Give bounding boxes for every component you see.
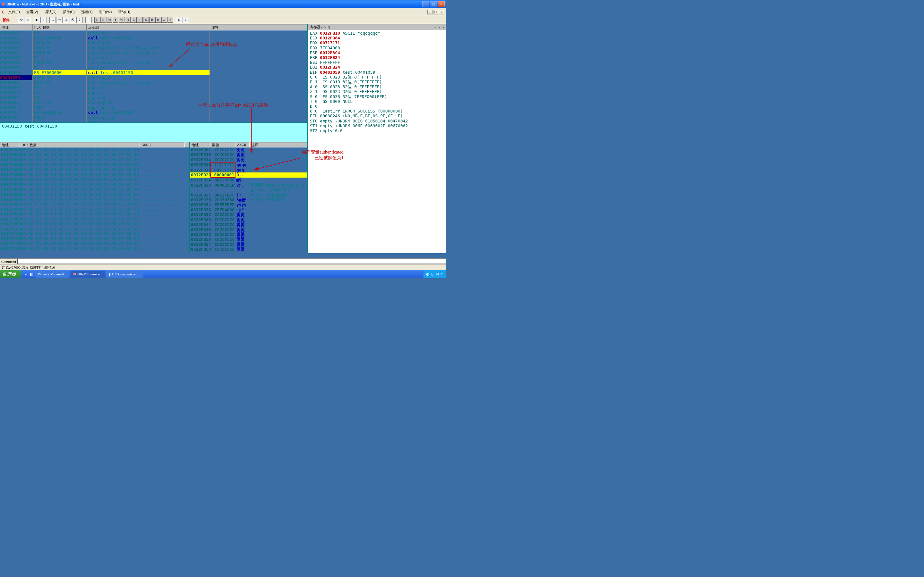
dump-pane[interactable]: 地址 HEX 数据 ASCII 0042700000 00 00 00 00 0… [0, 142, 190, 253]
menu-file[interactable]: 文件(F) [6, 9, 23, 15]
disasm-instruction[interactable]: add esp,8 [87, 40, 210, 45]
toolbar-letter-K[interactable]: K [143, 17, 149, 23]
disasm-hex[interactable]: 52 [33, 65, 86, 71]
toolbar-letter-/[interactable]: / [137, 17, 143, 23]
disasm-header-comment[interactable]: 注释 [210, 24, 307, 31]
disasm-hex[interactable]: 51 [33, 55, 86, 61]
disasm-hex[interactable]: 8B4D 08 [33, 50, 86, 55]
toolbar-letter-T[interactable]: T [113, 17, 118, 23]
dump-row[interactable]: 0042714000 00 00 00 00 00 00 00 00 00 00… [0, 246, 189, 251]
disasm-hex[interactable]: 5F [33, 85, 86, 90]
menu-help[interactable]: 帮助(H) [115, 9, 132, 15]
toolbar-letter-B[interactable]: B [149, 17, 155, 23]
disasm-addr[interactable]: 00401040 [0, 31, 32, 35]
dump-header-address[interactable]: 地址 [0, 142, 20, 147]
disasm-instruction[interactable]: call test.004012D0 [87, 110, 210, 115]
disasm-instruction[interactable]: mov esp,ebp [87, 115, 210, 120]
toolbar-tillret-button[interactable]: ⤴ [76, 17, 83, 23]
mdi-close-button[interactable]: × [439, 10, 444, 15]
disasm-addr[interactable]: 00401059 [0, 75, 32, 81]
register-line[interactable]: EBX 7FFD4000 [310, 45, 444, 50]
menu-window[interactable]: 窗口(W) [97, 9, 115, 15]
register-line[interactable]: T 0 GS 0000 NULL [310, 99, 444, 104]
register-line[interactable]: ST2 empty 0.0 [310, 128, 444, 133]
stack-row[interactable]: 0012FB40CCCCCCCC烫烫 [190, 218, 307, 222]
stack-header-address[interactable]: 地址 [190, 142, 210, 147]
stack-row[interactable]: 0012FB58CCCCCCCC烫烫 [190, 247, 307, 251]
register-line[interactable]: ECX 0012FB84 [310, 35, 444, 40]
stack-pane[interactable]: 地址 数值 ASCII 注释 0012FB0CCCCCCCCC烫烫0012FB1… [190, 142, 307, 253]
dump-row[interactable]: 0042706000 00 00 00 00 00 00 00 00 00 00… [0, 177, 189, 182]
menu-debug[interactable]: 调试(D) [42, 9, 59, 15]
taskbar-item-word[interactable]: Wtest - Microsoft... [35, 271, 69, 277]
stack-row[interactable]: 0012FB48CCCCCCCC烫烫 [190, 227, 307, 232]
disasm-hex[interactable]: 5B [33, 95, 86, 100]
disasm-instruction[interactable]: pop ebp [87, 120, 210, 122]
register-line[interactable]: A 0 SS 0023 32位 0(FFFFFFFF) [310, 84, 444, 89]
dump-row[interactable]: 0042704000 00 00 00 00 00 00 00 00 00 00… [0, 167, 189, 172]
toolbar-letter-M[interactable]: M [107, 17, 112, 23]
toolbar-stepover-button[interactable]: ↷ [56, 17, 63, 23]
dump-row[interactable]: 0042711000 00 00 00 00 00 00 00 00 00 00… [0, 231, 189, 236]
disasm-addr[interactable]: 0040105C [0, 80, 32, 85]
register-line[interactable]: EIP 00401059 test.00401059 [310, 70, 444, 75]
register-line[interactable]: ESI FFFFFFFF [310, 60, 444, 65]
toolbar-restart-button[interactable]: ⟲ [18, 17, 24, 23]
toolbar-help-button[interactable]: ? [183, 17, 189, 23]
disasm-instruction[interactable]: push ecx [87, 55, 210, 61]
maximize-button[interactable]: □ [430, 1, 437, 7]
toolbar-letter-R[interactable]: R [155, 17, 161, 23]
dump-row[interactable]: 004270C000 00 00 00 00 00 00 00 00 00 00… [0, 207, 189, 211]
disasm-instruction[interactable]: push eax [87, 31, 210, 35]
stack-row[interactable]: 0012FB34FFFFFFFFÿÿÿÿ [190, 202, 307, 207]
disasm-addr[interactable]: 00401050 [0, 60, 32, 65]
disasm-header-disassembly[interactable]: 反汇编 [87, 24, 210, 31]
disasm-hex[interactable]: 83C4 08 [33, 75, 86, 81]
register-line[interactable]: C 0 ES 0023 32位 0(FFFFFFFF) [310, 75, 444, 79]
disasm-addr[interactable]: 0040105F [0, 85, 32, 90]
dump-row[interactable]: 004270E000 00 00 00 00 00 00 00 00 00 00… [0, 217, 189, 221]
stack-row[interactable]: 0012FB240012FF80■ÿ. [190, 177, 307, 182]
disasm-instruction[interactable]: pop esi [87, 90, 210, 95]
menu-plugins[interactable]: 插件(P) [60, 9, 78, 15]
dump-row[interactable]: 0042702000 00 00 00 00 00 00 00 00 00 00… [0, 157, 189, 162]
toolbar-letter-S[interactable]: S [168, 17, 173, 23]
disasm-instruction[interactable]: cmp ebp,esp [87, 105, 210, 110]
dump-row[interactable]: 0042713000 00 00 00 00 00 00 00 00 00 00… [0, 242, 189, 246]
disasm-hex[interactable]: E8 FA010000 [33, 35, 86, 41]
register-line[interactable]: ESP 0012FAC4 [310, 50, 444, 55]
stack-header-ascii[interactable]: ASCII [236, 142, 250, 147]
dump-row[interactable]: 004270B000 00 00 00 00 00 00 00 00 00 00… [0, 201, 189, 206]
toolbar-letter-E[interactable]: E [100, 17, 106, 23]
menu-options[interactable]: 选项(T) [79, 9, 95, 15]
disasm-hex[interactable]: 3BEC [33, 105, 86, 110]
disasm-addr[interactable]: 00401049 [0, 45, 32, 51]
registers-pane[interactable]: 寄存器 (FPU)‹ ‹ › EAX 0012FB18 ASCII "qqqqq… [307, 24, 446, 253]
disasm-hex[interactable]: E8 F7000000 [33, 70, 86, 75]
register-line[interactable]: EAX 0012FB18 ASCII "qqqqqqq" [310, 31, 444, 35]
toolbar-stepinto-button[interactable]: ↴ [49, 17, 56, 23]
disasm-hex[interactable]: 8BE5 [33, 115, 86, 120]
toolbar-goto-button[interactable]: → [86, 17, 92, 23]
disasm-instruction[interactable]: pop ebx [87, 95, 210, 100]
dump-row[interactable]: 004270A000 00 00 00 00 00 00 00 00 00 00… [0, 197, 189, 201]
toolbar-traceover-button[interactable]: ⇱ [69, 17, 76, 23]
dump-header-hex[interactable]: HEX 数据 [20, 142, 140, 147]
disasm-addr[interactable]: 00401067 [0, 110, 32, 115]
stack-row[interactable]: 0012FB1C00717171qqq. [190, 168, 307, 172]
disasm-addr[interactable]: 00401046 [0, 40, 32, 45]
disasm-addr[interactable]: 0040106C [0, 115, 32, 120]
disasm-addr[interactable]: 00401062 [0, 100, 32, 105]
register-line[interactable]: Z 1 DS 0023 32位 0(FFFFFFFF) [310, 89, 444, 94]
stack-row[interactable]: 0012FB14CCCCCCCC烫烫 [190, 157, 307, 162]
dump-row[interactable]: 0042701000 00 00 00 00 00 00 00 00 00 00… [0, 152, 189, 157]
toolbar-traceinto-button[interactable]: ⇲ [63, 17, 69, 23]
mdi-minimize-button[interactable]: _ [427, 10, 433, 15]
disasm-hex[interactable]: 83C4 08 [33, 40, 86, 45]
toolbar-options-button[interactable]: ⚙ [176, 17, 182, 23]
dump-row[interactable]: 0042710000 00 00 00 00 00 00 00 00 00 00… [0, 227, 189, 231]
disasm-addr[interactable]: 00401054 [0, 70, 32, 75]
disasm-addr[interactable]: 00401041 [0, 35, 32, 41]
dump-row[interactable]: 004270F000 00 00 00 00 00 00 00 00 00 00… [0, 221, 189, 226]
disasm-addr[interactable]: 0040106E [0, 120, 32, 122]
